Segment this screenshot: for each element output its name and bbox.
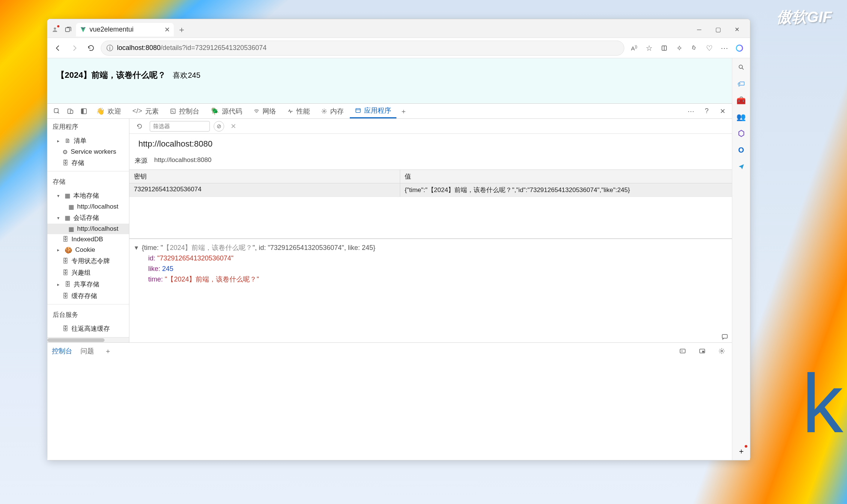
- profile-button[interactable]: [50, 24, 60, 35]
- tree-item-cookie[interactable]: ▸🍪Cookie: [47, 245, 129, 255]
- sidebar-send-button[interactable]: [737, 162, 746, 171]
- drawer-pip-button[interactable]: [697, 345, 708, 357]
- devtools-more-button[interactable]: ⋯: [685, 106, 697, 117]
- col-key[interactable]: 密钥: [129, 170, 400, 183]
- sidebar-365-button[interactable]: [737, 129, 746, 138]
- delete-entry-button[interactable]: ✕: [228, 121, 238, 132]
- sidebar-search-button[interactable]: [737, 63, 746, 72]
- drawer-settings-button[interactable]: [716, 345, 727, 357]
- tree-item-private-state-tokens[interactable]: 🗄专用状态令牌: [47, 255, 129, 267]
- devtools-right-panel: ⊘ ✕ http://localhost:8080 来源 http://loca…: [129, 119, 732, 342]
- devtools-add-tab-button[interactable]: ＋: [397, 106, 410, 117]
- ellipsis-icon: ⋯: [721, 44, 728, 53]
- page-viewport: 【2024】前端，该卷什么呢？ 喜欢245: [47, 58, 732, 460]
- drawer-tab-issues[interactable]: 问题: [80, 347, 94, 356]
- tree-item-cache-storage[interactable]: 🗄缓存存储: [47, 290, 129, 302]
- table-empty-area[interactable]: [129, 197, 732, 238]
- tree-item-session-storage[interactable]: ▾▦会话存储: [47, 212, 129, 224]
- expand-arrow-icon[interactable]: ▾: [135, 243, 140, 253]
- tree-item-interest-groups[interactable]: 🗄兴趣组: [47, 267, 129, 278]
- refresh-storage-button[interactable]: [133, 121, 146, 132]
- file-icon: 🗎: [65, 138, 71, 144]
- col-value[interactable]: 值: [400, 170, 732, 183]
- feedback-icon: [721, 333, 728, 340]
- tree-item-local-storage-origin[interactable]: ▦http://localhost: [47, 201, 129, 212]
- maximize-button[interactable]: ▢: [709, 24, 727, 35]
- drawer-tab-console[interactable]: 控制台: [52, 347, 72, 356]
- svg-rect-1: [65, 27, 70, 32]
- performance-button[interactable]: ♡: [703, 41, 716, 55]
- extensions-button[interactable]: [688, 41, 701, 55]
- storage-filter-input[interactable]: [150, 121, 210, 132]
- refresh-icon: [87, 44, 95, 52]
- minimize-button[interactable]: ─: [691, 24, 708, 35]
- people-icon: 👥: [736, 112, 746, 121]
- copilot-button[interactable]: [733, 41, 746, 55]
- site-info-icon[interactable]: ⓘ: [106, 44, 113, 53]
- plus-icon: ＋: [105, 347, 111, 356]
- more-button[interactable]: ⋯: [718, 41, 731, 55]
- sidebar-tools-button[interactable]: 🧰: [737, 96, 746, 105]
- tab-strip: vue2elementui ✕ ＋ ─ ▢ ✕: [47, 19, 750, 38]
- devtools-tab-performance[interactable]: 性能: [282, 104, 315, 118]
- reading-list-button[interactable]: [657, 41, 671, 55]
- drawer-live-expression-button[interactable]: [677, 345, 688, 357]
- table-row[interactable]: 7329126541320536074 {"time":"【2024】前端，该卷…: [129, 183, 732, 197]
- ellipsis-icon: ⋯: [688, 107, 694, 115]
- devtools-tab-network[interactable]: 网络: [248, 104, 281, 118]
- new-tab-button[interactable]: ＋: [176, 24, 187, 35]
- devtools-tab-application[interactable]: 应用程序: [350, 104, 396, 118]
- tree-item-shared-storage[interactable]: ▸🗄共享存储: [47, 278, 129, 290]
- heart-icon: ♡: [706, 44, 713, 53]
- tab-actions-button[interactable]: [62, 24, 74, 35]
- tree-item-bfcache[interactable]: 🗄往返高速缓存: [47, 323, 129, 334]
- devtools-close-button[interactable]: ✕: [716, 106, 729, 117]
- browser-tab[interactable]: vue2elementui ✕: [76, 23, 174, 36]
- grid-icon: ▦: [65, 214, 70, 221]
- tab-close-button[interactable]: ✕: [164, 26, 170, 34]
- reload-button[interactable]: [84, 41, 98, 55]
- tree-item-storage[interactable]: 🗄存储: [47, 157, 129, 169]
- forward-button[interactable]: [68, 41, 81, 55]
- back-button[interactable]: [51, 41, 65, 55]
- devtools-help-button[interactable]: ?: [700, 106, 713, 117]
- notification-dot-icon: [745, 445, 747, 448]
- sidebar-shopping-button[interactable]: 🏷: [737, 79, 746, 88]
- dock-side-button[interactable]: [77, 106, 90, 117]
- star-icon: ☆: [646, 44, 653, 53]
- cell-key: 7329126541320536074: [129, 183, 400, 197]
- tree-item-local-storage[interactable]: ▾▦本地存储: [47, 190, 129, 201]
- notification-dot-icon: [57, 25, 59, 27]
- sidebar-outlook-button[interactable]: O: [737, 145, 746, 154]
- svg-rect-11: [356, 109, 360, 113]
- devtools-tab-sources[interactable]: 🪲 源代码: [205, 104, 247, 118]
- tree-item-manifest[interactable]: ▸🗎清单: [47, 135, 129, 147]
- devtools-tab-memory[interactable]: 内存: [316, 104, 349, 118]
- devtools-drawer: 控制台 问题 ＋: [47, 342, 732, 359]
- book-icon: [661, 45, 668, 51]
- sidebar-people-button[interactable]: 👥: [737, 112, 746, 121]
- tree-item-service-workers[interactable]: ⚙Service workers: [47, 147, 129, 157]
- close-window-button[interactable]: ✕: [728, 24, 745, 35]
- clear-storage-button[interactable]: ⊘: [214, 121, 224, 132]
- feedback-button[interactable]: [721, 333, 728, 340]
- database-icon: 🗄: [62, 236, 68, 243]
- devtools-tab-welcome[interactable]: 👋 欢迎: [91, 104, 126, 118]
- devtools-tab-console[interactable]: 控制台: [165, 104, 205, 118]
- tree-item-indexeddb[interactable]: 🗄IndexedDB: [47, 234, 129, 245]
- read-aloud-button[interactable]: A)): [627, 41, 641, 55]
- inspect-element-button[interactable]: [50, 106, 63, 117]
- storage-value-preview[interactable]: ▾ {time: "【2024】前端，该卷什么呢？", id: "7329126…: [129, 239, 732, 342]
- url-input[interactable]: ⓘ localhost:8080/details?id=732912654132…: [101, 41, 624, 56]
- favorite-button[interactable]: ☆: [642, 41, 656, 55]
- tree-item-session-storage-origin[interactable]: ▦http://localhost: [47, 224, 129, 234]
- collections-button[interactable]: ✧: [672, 41, 686, 55]
- devtools-tabs: 👋 欢迎 </> 元素 控制台 🪲 源代码: [47, 104, 732, 119]
- devtools-tab-elements[interactable]: </> 元素: [127, 104, 164, 118]
- plus-icon: ＋: [738, 446, 745, 456]
- horizontal-scrollbar[interactable]: [47, 337, 129, 342]
- sidebar-add-button[interactable]: ＋: [737, 446, 746, 456]
- drawer-add-tab-button[interactable]: ＋: [102, 345, 114, 357]
- page-banner: 【2024】前端，该卷什么呢？ 喜欢245: [47, 58, 732, 103]
- device-toggle-button[interactable]: [64, 106, 77, 117]
